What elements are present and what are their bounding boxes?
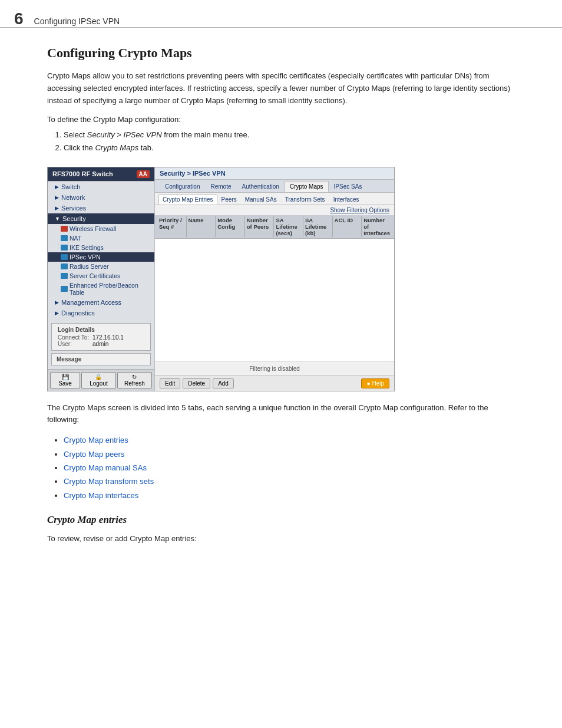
sidebar-sub-server-certs[interactable]: Server Certificates bbox=[48, 271, 154, 281]
page-header: 6 Configuring IPSec VPN bbox=[0, 0, 562, 28]
sidebar-device-name: RFS7000 RF Switch bbox=[52, 170, 113, 177]
col-sa-lifetime-kb: SA Lifetime(kb) bbox=[303, 216, 333, 237]
sidebar-item-security[interactable]: ▼ Security bbox=[48, 213, 154, 224]
sidebar-item-network[interactable]: ▶ Network bbox=[48, 192, 154, 203]
sidebar-sub-enhanced-probe[interactable]: Enhanced Probe/Beacon Table bbox=[48, 281, 154, 297]
arrow-icon: ▼ bbox=[55, 216, 60, 222]
edit-button[interactable]: Edit bbox=[160, 378, 180, 388]
arrow-icon: ▶ bbox=[55, 195, 59, 200]
step2-tab: Crypto Maps bbox=[95, 143, 138, 152]
delete-button[interactable]: Delete bbox=[183, 378, 210, 388]
sidebar-item-label: Security bbox=[62, 215, 86, 222]
tab-crypto-maps[interactable]: Crypto Maps bbox=[285, 181, 329, 192]
logout-button[interactable]: 🔒 Logout bbox=[81, 372, 116, 388]
subtab-interfaces[interactable]: Interfaces bbox=[329, 195, 363, 205]
action-bar: Edit Delete Add ● Help bbox=[155, 375, 394, 391]
step-1: Select Security > IPSec VPN from the mai… bbox=[64, 129, 515, 141]
list-item-manual-sas: Crypto Map manual SAs bbox=[64, 461, 515, 475]
screenshot: RFS7000 RF Switch AA ▶ Switch ▶ Network … bbox=[47, 167, 395, 391]
subtab-entries[interactable]: Crypto Map Entries bbox=[158, 195, 217, 205]
main-content: Configuring Crypto Maps Crypto Maps allo… bbox=[0, 28, 562, 563]
tab-authentication[interactable]: Authentication bbox=[237, 181, 285, 192]
sidebar-sub-label: IPSec VPN bbox=[70, 253, 101, 261]
after-screenshot-text: The Crypto Maps screen is divided into 5… bbox=[47, 402, 515, 427]
col-sa-lifetime-secs: SA Lifetime(secs) bbox=[274, 216, 303, 237]
bullet-list: Crypto Map entries Crypto Map peers Cryp… bbox=[64, 433, 515, 502]
sidebar-item-diagnostics[interactable]: ▶ Diagnostics bbox=[48, 308, 154, 318]
tab-remote[interactable]: Remote bbox=[205, 181, 236, 192]
sidebar-sub-label: IKE Settings bbox=[70, 244, 104, 251]
sidebar-item-switch[interactable]: ▶ Switch bbox=[48, 182, 154, 192]
help-button[interactable]: ● Help bbox=[361, 378, 389, 388]
tab-configuration[interactable]: Configuration bbox=[160, 181, 205, 192]
link-crypto-map-transform-sets[interactable]: Crypto Map transform sets bbox=[64, 477, 154, 486]
step1-menu: Security > IPSec VPN bbox=[87, 130, 162, 139]
wireless-firewall-icon bbox=[61, 226, 68, 232]
chapter-title: Configuring IPSec VPN bbox=[34, 11, 120, 26]
col-name: Name bbox=[187, 216, 216, 237]
ipsec-icon bbox=[61, 254, 68, 260]
sidebar-item-label: Management Access bbox=[61, 299, 121, 306]
sidebar-item-label: Services bbox=[61, 205, 86, 212]
col-priority: Priority /Seq # bbox=[157, 216, 187, 237]
sidebar-item-management[interactable]: ▶ Management Access bbox=[48, 297, 154, 308]
screenshot-sidebar: RFS7000 RF Switch AA ▶ Switch ▶ Network … bbox=[48, 167, 155, 391]
tab-ipsec-sas[interactable]: IPSec SAs bbox=[329, 181, 368, 192]
subtab-transform-sets[interactable]: Transform Sets bbox=[281, 195, 329, 205]
radius-icon bbox=[61, 263, 68, 269]
arrow-icon: ▶ bbox=[55, 184, 59, 190]
message-title: Message bbox=[57, 356, 146, 363]
list-item-interfaces: Crypto Map interfaces bbox=[64, 489, 515, 502]
sidebar-sub-label: Enhanced Probe/Beacon Table bbox=[70, 282, 150, 296]
link-crypto-map-interfaces[interactable]: Crypto Map interfaces bbox=[64, 491, 138, 500]
arrow-icon: ▶ bbox=[55, 205, 59, 211]
connect-to-row: Connect To: 172.16.10.1 bbox=[58, 334, 144, 341]
sidebar-sub-label: NAT bbox=[70, 235, 81, 242]
intro-paragraph: Crypto Maps allow you to set restriction… bbox=[47, 70, 515, 107]
ike-icon bbox=[61, 245, 68, 251]
login-details-title: Login Details bbox=[58, 327, 144, 333]
user-value: admin bbox=[92, 341, 108, 347]
sidebar-sub-nat[interactable]: NAT bbox=[48, 233, 154, 243]
screenshot-main-panel: Security > IPSec VPN Configuration Remot… bbox=[155, 167, 394, 391]
sidebar-sub-wireless-firewall[interactable]: Wireless Firewall bbox=[48, 224, 154, 233]
sidebar-sub-label: Wireless Firewall bbox=[70, 225, 116, 232]
sidebar-item-label: Diagnostics bbox=[61, 309, 95, 317]
subsection-intro: To review, revise or add Crypto Map entr… bbox=[47, 533, 515, 545]
add-button[interactable]: Add bbox=[213, 378, 234, 388]
step-2: Click the Crypto Maps tab. bbox=[64, 141, 515, 154]
action-buttons: Edit Delete Add bbox=[160, 378, 234, 388]
sidebar-sub-ike-settings[interactable]: IKE Settings bbox=[48, 243, 154, 252]
col-mode-config: ModeConfig bbox=[216, 216, 245, 237]
subtab-manual-sas[interactable]: Manual SAs bbox=[241, 195, 281, 205]
sidebar-sub-radius-server[interactable]: Radius Server bbox=[48, 262, 154, 271]
save-button[interactable]: 💾 Save bbox=[50, 372, 80, 388]
subsection-heading: Crypto Map entries bbox=[47, 514, 515, 526]
col-num-peers: Numberof Peers bbox=[245, 216, 275, 237]
list-item-transform-sets: Crypto Map transform sets bbox=[64, 475, 515, 488]
sidebar-sub-label: Server Certificates bbox=[70, 272, 120, 279]
link-crypto-map-manual-sas[interactable]: Crypto Map manual SAs bbox=[64, 463, 147, 472]
message-panel: Message bbox=[51, 353, 151, 365]
nat-icon bbox=[61, 235, 68, 241]
steps-list: Select Security > IPSec VPN from the mai… bbox=[64, 129, 515, 154]
subtabs-row: Crypto Map Entries Peers Manual SAs Tran… bbox=[155, 193, 394, 205]
table-body bbox=[155, 239, 394, 361]
sidebar-item-services[interactable]: ▶ Services bbox=[48, 203, 154, 213]
section-heading: Configuring Crypto Maps bbox=[47, 45, 515, 61]
subtab-peers[interactable]: Peers bbox=[217, 195, 241, 205]
show-filtering-link[interactable]: Show Filtering Options bbox=[330, 207, 389, 213]
link-crypto-map-entries[interactable]: Crypto Map entries bbox=[64, 436, 128, 444]
server-certs-icon bbox=[61, 273, 68, 279]
sidebar-sub-ipsec-vpn[interactable]: IPSec VPN bbox=[48, 252, 154, 262]
filter-row[interactable]: Show Filtering Options bbox=[155, 205, 394, 215]
connect-to-label: Connect To: bbox=[58, 334, 90, 341]
refresh-button[interactable]: ↻ Refresh bbox=[117, 372, 152, 388]
main-panel-header: Security > IPSec VPN bbox=[155, 167, 394, 180]
col-num-interfaces: Number ofInterfaces bbox=[362, 216, 392, 237]
user-row: User: admin bbox=[58, 341, 144, 347]
connect-to-value: 172.16.10.1 bbox=[92, 334, 124, 341]
link-crypto-map-peers[interactable]: Crypto Map peers bbox=[64, 450, 124, 459]
chapter-number: 6 bbox=[14, 11, 24, 27]
help-label: Help bbox=[372, 380, 384, 387]
